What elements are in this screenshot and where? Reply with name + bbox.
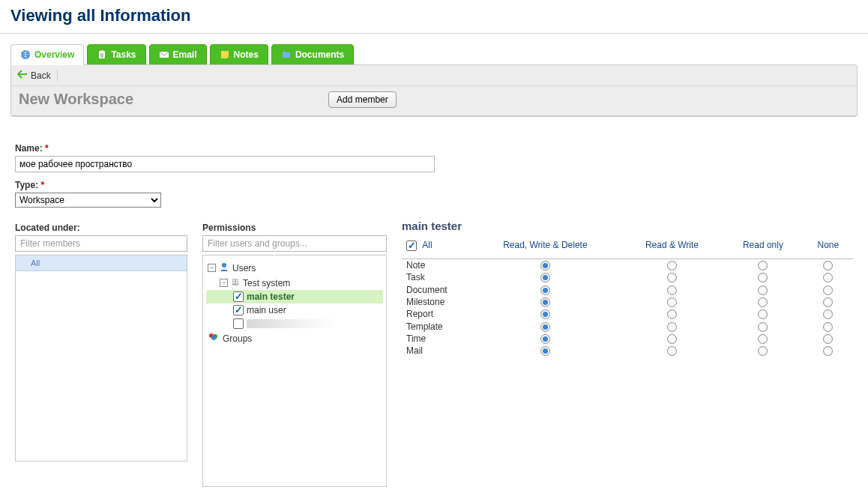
col-none: None bbox=[804, 237, 853, 258]
perm-radio[interactable] bbox=[540, 309, 550, 319]
perm-radio[interactable] bbox=[758, 273, 768, 282]
perm-row-label: Milestone bbox=[402, 296, 469, 308]
svg-rect-12 bbox=[236, 282, 238, 283]
tab-label: Overview bbox=[34, 49, 74, 60]
perm-radio[interactable] bbox=[758, 334, 768, 344]
svg-rect-5 bbox=[283, 52, 290, 58]
checkbox[interactable] bbox=[233, 305, 244, 315]
perm-radio[interactable] bbox=[540, 261, 550, 270]
form-area: Name: * Type: * Workspace Located under:… bbox=[10, 118, 858, 499]
tab-bar: Overview Tasks Email Notes Documents bbox=[0, 34, 868, 65]
perm-row-label: Report bbox=[402, 308, 469, 320]
svg-rect-10 bbox=[236, 279, 238, 281]
all-checkbox[interactable] bbox=[406, 241, 417, 251]
perm-radio[interactable] bbox=[758, 285, 768, 295]
perm-radio[interactable] bbox=[667, 297, 677, 307]
perm-radio[interactable] bbox=[667, 285, 677, 295]
content-panel: Back New Workspace Add member bbox=[10, 64, 858, 117]
perm-radio[interactable] bbox=[667, 261, 677, 270]
page-title: Viewing all Information bbox=[0, 0, 868, 34]
col-rwd: Read, Write & Delete bbox=[469, 237, 621, 258]
perm-radio[interactable] bbox=[540, 322, 550, 332]
perm-radio[interactable] bbox=[758, 322, 768, 332]
tree-groups[interactable]: Groups bbox=[206, 330, 383, 346]
redacted-text bbox=[247, 319, 337, 328]
tab-tasks[interactable]: Tasks bbox=[87, 44, 145, 65]
tab-email[interactable]: Email bbox=[149, 44, 207, 65]
type-label: Type: * bbox=[15, 180, 853, 190]
user-icon bbox=[219, 261, 229, 274]
perm-radio[interactable] bbox=[540, 285, 550, 295]
collapse-icon[interactable]: − bbox=[220, 279, 228, 287]
perm-row-label: Mail bbox=[402, 345, 469, 357]
permissions-label: Permissions bbox=[202, 223, 387, 233]
globe-icon bbox=[20, 49, 31, 60]
perm-radio[interactable] bbox=[758, 261, 768, 270]
back-label: Back bbox=[31, 70, 51, 81]
tree-users[interactable]: − Users bbox=[206, 260, 383, 276]
col-rw: Read & Write bbox=[621, 237, 723, 258]
name-label: Name: * bbox=[15, 143, 853, 154]
svg-rect-2 bbox=[100, 50, 103, 52]
perm-radio[interactable] bbox=[667, 346, 677, 356]
svg-point-15 bbox=[211, 336, 216, 340]
perm-radio[interactable] bbox=[540, 297, 550, 307]
permissions-tree: − Users − Test system bbox=[202, 255, 387, 487]
back-button[interactable]: Back bbox=[17, 70, 58, 81]
perm-row-label: Task bbox=[402, 271, 469, 283]
perm-radio[interactable] bbox=[758, 297, 768, 307]
perm-radio[interactable] bbox=[758, 346, 768, 356]
tab-label: Tasks bbox=[111, 49, 136, 60]
located-under-list[interactable]: All bbox=[15, 255, 187, 462]
perm-radio[interactable] bbox=[758, 309, 768, 319]
note-icon bbox=[220, 49, 230, 60]
perm-row-label: Time bbox=[402, 333, 469, 345]
tree-test-system[interactable]: − Test system bbox=[206, 276, 383, 290]
collapse-icon[interactable]: − bbox=[208, 264, 216, 272]
tab-label: Email bbox=[173, 49, 197, 60]
perm-radio[interactable] bbox=[667, 309, 677, 319]
perm-radio[interactable] bbox=[823, 322, 833, 332]
perm-radio[interactable] bbox=[540, 346, 550, 356]
perm-row-label: Note bbox=[402, 258, 469, 271]
all-label: All bbox=[422, 240, 432, 250]
located-all-row[interactable]: All bbox=[16, 255, 187, 271]
svg-point-7 bbox=[222, 263, 226, 267]
located-under-label: Located under: bbox=[15, 223, 187, 233]
tree-main-user[interactable]: main user bbox=[206, 303, 383, 317]
perm-radio[interactable] bbox=[540, 273, 550, 282]
name-input[interactable] bbox=[15, 156, 435, 172]
group-icon bbox=[208, 332, 220, 345]
type-select[interactable]: Workspace bbox=[15, 193, 161, 208]
permissions-grid: main tester All Read, Write & Delete Rea… bbox=[402, 220, 853, 357]
clipboard-icon bbox=[97, 49, 107, 60]
perm-radio[interactable] bbox=[667, 273, 677, 282]
tab-overview[interactable]: Overview bbox=[10, 44, 84, 65]
svg-rect-6 bbox=[283, 52, 286, 53]
tree-main-tester[interactable]: main tester bbox=[206, 290, 383, 303]
perm-radio[interactable] bbox=[823, 273, 833, 282]
tab-label: Documents bbox=[295, 49, 344, 60]
perm-radio[interactable] bbox=[667, 322, 677, 332]
perm-radio[interactable] bbox=[823, 297, 833, 307]
perm-radio[interactable] bbox=[823, 346, 833, 356]
perm-radio[interactable] bbox=[823, 261, 833, 270]
tree-redacted-user[interactable] bbox=[206, 317, 383, 330]
located-filter-input[interactable] bbox=[15, 235, 187, 252]
building-icon bbox=[231, 277, 240, 288]
perm-radio[interactable] bbox=[823, 285, 833, 295]
perm-radio[interactable] bbox=[823, 334, 833, 344]
svg-rect-9 bbox=[233, 279, 235, 281]
document-icon bbox=[281, 49, 292, 60]
tab-notes[interactable]: Notes bbox=[210, 44, 268, 65]
perm-radio[interactable] bbox=[540, 334, 550, 344]
perm-radio[interactable] bbox=[667, 334, 677, 344]
tab-label: Notes bbox=[234, 49, 259, 60]
tab-documents[interactable]: Documents bbox=[271, 44, 354, 65]
checkbox[interactable] bbox=[233, 318, 244, 329]
perm-radio[interactable] bbox=[823, 309, 833, 319]
add-member-button[interactable]: Add member bbox=[328, 91, 397, 108]
permissions-grid-title: main tester bbox=[402, 220, 853, 232]
permissions-filter-input[interactable] bbox=[202, 235, 387, 252]
checkbox[interactable] bbox=[233, 291, 244, 302]
